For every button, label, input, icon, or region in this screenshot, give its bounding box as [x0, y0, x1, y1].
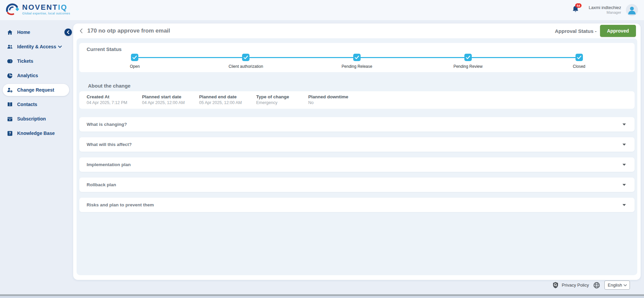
status-step-pending-release: Pending Release — [302, 54, 413, 69]
back-button[interactable] — [79, 28, 84, 34]
accordion-what-will-this-affect[interactable]: What will this affect? — [79, 137, 635, 152]
current-status-card: Current Status Open Client authoriza — [79, 43, 635, 72]
accordion-rollback-plan[interactable]: Rollback plan — [79, 178, 635, 192]
field-type-of-change: Type of change Emergency — [256, 94, 308, 105]
header-user-area: 54 Laxmi indtechiez Manager — [571, 3, 638, 17]
sidebar-item-home[interactable]: Home — [3, 26, 69, 38]
user-info: Laxmi indtechiez Manager — [589, 5, 621, 15]
chevron-down-icon — [58, 46, 62, 48]
sidebar: Home Identity & Access Tickets — [0, 20, 73, 292]
chevron-down-icon — [624, 284, 627, 286]
checked-checkbox-icon — [464, 54, 472, 61]
approval-status-label: Approval Status - — [555, 28, 596, 34]
page-title: 170 no otp approve from email — [87, 28, 170, 34]
sidebar-item-knowledge-base[interactable]: ? Knowledge Base — [3, 127, 69, 139]
sidebar-item-analytics[interactable]: Analytics — [3, 69, 69, 82]
sidebar-item-subscription[interactable]: Subscription — [3, 113, 69, 125]
sidebar-item-change-request[interactable]: Change Request — [3, 84, 69, 96]
chevron-left-icon — [79, 28, 83, 34]
status-step-open: Open — [79, 54, 190, 69]
change-request-icon — [7, 87, 13, 93]
sidebar-item-contacts[interactable]: Contacts — [3, 98, 69, 110]
main-content-card: 170 no otp approve from email Approval S… — [73, 23, 641, 280]
notifications-button[interactable]: 54 — [571, 5, 581, 15]
footer: Privacy Policy English — [552, 281, 630, 290]
checked-checkbox-icon — [242, 54, 249, 61]
chevron-left-icon — [66, 30, 70, 34]
chevron-down-icon — [623, 144, 626, 146]
sidebar-item-tickets[interactable]: Tickets — [3, 55, 69, 67]
identity-access-icon — [7, 44, 13, 50]
analytics-icon — [7, 72, 13, 79]
content-panel: Current Status Open Client authoriza — [77, 38, 637, 275]
checked-checkbox-icon — [576, 54, 583, 61]
horizontal-scrollbar-thumb[interactable] — [0, 294, 644, 296]
accordion-what-is-changing[interactable]: What is changing? — [79, 117, 635, 132]
accordion-risks-and-plan[interactable]: Risks and plan to prevent them — [79, 198, 635, 212]
about-section-heading: About the change — [88, 83, 637, 89]
user-role: Manager — [589, 10, 621, 15]
horizontal-scrollbar-track — [0, 296, 644, 298]
home-icon — [7, 29, 13, 36]
tickets-icon — [7, 58, 13, 64]
brand-wordmark: NOVENTIQ — [22, 3, 70, 11]
approved-status-button[interactable]: Approved — [600, 25, 636, 37]
noventiq-logo-icon — [5, 2, 20, 17]
noventiq-logo[interactable]: NOVENTIQ Global expertise, local outcome… — [5, 2, 70, 17]
status-stepper: Open Client authorization Pending Releas… — [79, 54, 635, 69]
status-step-client-authorization: Client authorization — [190, 54, 302, 69]
about-the-change-card: Created At 04 Apr 2025, 7:12 PM Planned … — [79, 91, 635, 109]
field-created-at: Created At 04 Apr 2025, 7:12 PM — [87, 94, 142, 105]
person-icon — [626, 4, 638, 16]
privacy-policy-link[interactable]: Privacy Policy — [552, 282, 589, 289]
status-step-closed: Closed — [523, 54, 635, 69]
subscription-icon — [7, 116, 13, 122]
language-select[interactable]: English — [604, 281, 630, 290]
knowledge-base-icon: ? — [7, 130, 13, 137]
field-planned-downtime: Planned downtime No — [308, 94, 348, 105]
notification-badge: 54 — [575, 3, 582, 8]
avatar[interactable] — [626, 4, 638, 16]
chevron-down-icon — [623, 164, 626, 166]
field-planned-start-date: Planned start date 04 Apr 2025, 12:00 AM — [142, 94, 199, 105]
status-step-pending-review: Pending Review — [412, 54, 523, 69]
approval-status: Approval Status - Approved — [555, 25, 636, 37]
chevron-down-icon — [623, 123, 626, 126]
brand-tagline: Global expertise, local outcomes — [22, 12, 70, 15]
privacy-shield-icon — [552, 282, 559, 289]
checked-checkbox-icon — [353, 54, 361, 61]
title-row: 170 no otp approve from email Approval S… — [73, 23, 641, 38]
sidebar-collapse-button[interactable] — [64, 29, 72, 36]
current-status-heading: Current Status — [79, 46, 635, 52]
chevron-down-icon — [623, 184, 626, 186]
top-header: NOVENTIQ Global expertise, local outcome… — [0, 0, 644, 20]
svg-text:?: ? — [9, 132, 11, 135]
sidebar-item-identity-access[interactable]: Identity & Access — [3, 41, 69, 53]
user-name: Laxmi indtechiez — [589, 5, 621, 10]
checked-checkbox-icon — [131, 54, 138, 61]
globe-icon — [593, 282, 600, 289]
contacts-icon — [7, 101, 13, 108]
chevron-down-icon — [623, 204, 626, 206]
field-planned-end-date: Planned end date 05 Apr 2025, 12:00 AM — [199, 94, 256, 105]
accordion-implementation-plan[interactable]: Implementation plan — [79, 157, 635, 172]
